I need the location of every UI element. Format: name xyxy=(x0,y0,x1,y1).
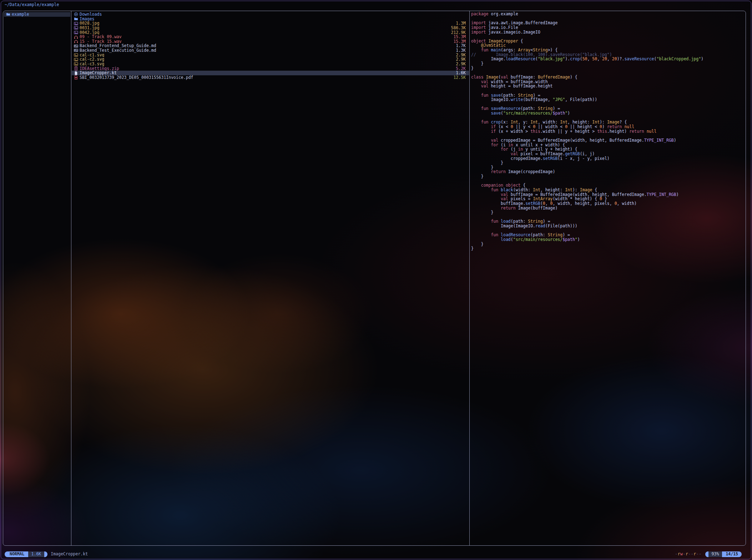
code-line: import javax.imageio.ImageIO xyxy=(471,30,743,35)
file-name: cal-c3.svg xyxy=(80,62,104,66)
image-icon xyxy=(74,30,78,35)
pill-cap-icon xyxy=(44,551,47,557)
file-row[interactable]: IDEAsettings.zip5.2K xyxy=(72,66,469,71)
file-name: 15 - Track 15.wav xyxy=(80,39,122,44)
pane-separator-right xyxy=(469,11,470,545)
file-row[interactable]: cal-c2.svg2.9K xyxy=(72,57,469,62)
code-line: } xyxy=(471,174,743,179)
image-icon xyxy=(74,21,78,26)
code-line: return Image(croppedImage) xyxy=(471,170,743,174)
file-icon xyxy=(74,71,78,75)
file-name: Downloads xyxy=(80,12,102,17)
image-icon xyxy=(74,53,78,57)
file-row[interactable]: 0042.jpg212.9K xyxy=(72,30,469,35)
code-line: if (x + width > this.width || y + height… xyxy=(471,129,743,134)
file-size: 15.3M xyxy=(453,35,466,39)
download-icon xyxy=(74,12,78,16)
file-name: cal-c2.svg xyxy=(80,57,104,62)
mode-indicator: NORMAL xyxy=(5,551,28,557)
code-line: } xyxy=(471,66,743,71)
terminal-window: ~/Data/example/example example Downloads… xyxy=(1,1,751,559)
folder-icon xyxy=(6,12,10,16)
code-line: return Image(buffImage) xyxy=(471,206,743,211)
file-row[interactable]: 0028.jpg1.3M xyxy=(72,21,469,26)
code-line: package org.example xyxy=(471,12,743,16)
file-size: 2.9K xyxy=(456,62,466,66)
breadcrumb-path: ~/Data/example/example xyxy=(5,2,59,7)
image-icon xyxy=(74,62,78,66)
current-filename: ImageCropper.kt xyxy=(51,552,88,556)
code-line: } xyxy=(471,61,743,66)
screen: ~/Data/example/example example Downloads… xyxy=(0,0,752,560)
file-row[interactable]: 0031.jpg586.3K xyxy=(72,26,469,30)
status-left: NORMAL 1.6K ImageCropper.kt xyxy=(5,551,88,557)
cursor-position: 14/15 xyxy=(722,551,742,557)
code-line: load("src/main/resources/$path") xyxy=(471,237,743,242)
code-line: } xyxy=(471,246,743,251)
file-name: 0042.jpg xyxy=(80,30,99,35)
file-name: Backend_Frontend_Setup_Guide.md xyxy=(80,44,156,48)
folder-icon xyxy=(74,17,78,21)
file-row[interactable]: cal-c3.svg2.9K xyxy=(72,62,469,66)
file-row[interactable]: Backend_Test_Execution_Guide.md1.3K xyxy=(72,48,469,53)
pill-cap-icon xyxy=(705,551,708,557)
pdf-icon xyxy=(74,75,78,80)
file-size: 586.3K xyxy=(451,26,466,30)
file-size: 12.5K xyxy=(453,75,466,80)
code-line: } xyxy=(471,161,743,165)
code-line: save("src/main/resources/$path") xyxy=(471,111,743,116)
status-right: -rw-r--r-- 93% 14/15 xyxy=(675,551,742,557)
file-row[interactable]: cal-c1.svg2.9K xyxy=(72,53,469,57)
file-size: 1.3K xyxy=(456,48,466,53)
code-line: } xyxy=(471,210,743,215)
file-name: IDEAsettings.zip xyxy=(80,66,119,71)
code-line: Image(ImageIO.read(File(path))) xyxy=(471,224,743,228)
code-line: object ImageCropper { xyxy=(471,39,743,44)
code-line: ImageIO.write(buffImage, "JPG", File(pat… xyxy=(471,97,743,102)
file-row[interactable]: Downloads xyxy=(72,12,469,17)
audio-icon xyxy=(74,39,78,44)
file-list-pane: DownloadsImages0028.jpg1.3M0031.jpg586.3… xyxy=(72,12,469,80)
code-line: } xyxy=(471,242,743,247)
scroll-percent: 93% xyxy=(708,551,722,557)
file-name: Images xyxy=(80,17,95,21)
pane-separator-left xyxy=(71,11,71,545)
image-icon xyxy=(74,26,78,30)
file-row[interactable]: Backend_Frontend_Setup_Guide.md1.7K xyxy=(72,44,469,48)
file-size-indicator: 1.6K xyxy=(28,551,45,557)
audio-icon xyxy=(74,35,78,39)
image-icon xyxy=(74,57,78,62)
code-line: Image.loadResource("black.jpg").crop(50,… xyxy=(471,57,743,61)
file-row[interactable]: 09 - Track 09.wav15.3M xyxy=(72,35,469,39)
file-row[interactable]: SBI_0032013739_2023_DE05_0003155631Invoi… xyxy=(72,75,469,80)
file-row[interactable]: example xyxy=(4,12,70,17)
permissions-text: -rw-r--r-- xyxy=(675,552,701,556)
code-line: croppedImage.setRGB(i - x, j - y, pixel) xyxy=(471,156,743,161)
archive-icon xyxy=(74,66,78,71)
file-name: ImageCropper.kt xyxy=(80,71,117,75)
code-line: val height = buffImage.height xyxy=(471,84,743,89)
parent-directory-pane: example xyxy=(4,12,70,17)
file-name: SBI_0032013739_2023_DE05_0003155631Invoi… xyxy=(80,75,193,80)
code-preview-pane: package org.example import java.awt.imag… xyxy=(471,12,743,251)
file-row[interactable]: ImageCropper.kt1.6K xyxy=(72,71,469,75)
status-bar: NORMAL 1.6K ImageCropper.kt -rw-r--r-- 9… xyxy=(5,551,742,557)
file-name: Backend_Test_Execution_Guide.md xyxy=(80,48,156,53)
file-name: 0031.jpg xyxy=(80,26,99,30)
file-name: 0028.jpg xyxy=(80,21,99,26)
file-row[interactable]: 15 - Track 15.wav15.3M xyxy=(72,39,469,44)
file-row[interactable]: Images xyxy=(72,17,469,21)
file-name: example xyxy=(12,12,29,17)
file-name: 09 - Track 09.wav xyxy=(80,35,122,39)
file-name: cal-c1.svg xyxy=(80,53,104,57)
markdown-icon xyxy=(74,48,78,52)
panes-container: example DownloadsImages0028.jpg1.3M0031.… xyxy=(3,11,746,546)
markdown-icon xyxy=(74,44,78,48)
